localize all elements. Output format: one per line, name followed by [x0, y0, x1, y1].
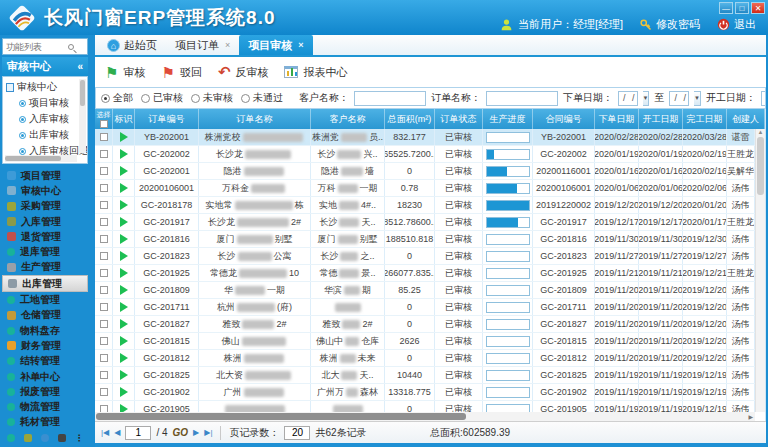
collapse-icon[interactable]: «: [77, 61, 83, 72]
sidebar-item-出库管理[interactable]: 出库管理: [2, 275, 88, 292]
order-date-to-input[interactable]: / /: [669, 91, 689, 106]
table-row[interactable]: 20200106001万科金万科一期0.78已审核202001060012020…: [95, 180, 755, 197]
prev-page-button[interactable]: ◀: [114, 428, 120, 437]
minimize-button[interactable]: —: [719, 2, 733, 14]
tree-item-出库审核[interactable]: 出库审核: [19, 128, 87, 142]
tab-项目审核[interactable]: 项目审核×: [239, 35, 312, 55]
table-row[interactable]: GC-201825北大资北大天..10440已审核GC-2018252019/1…: [95, 367, 755, 384]
table-row[interactable]: GC-201902广州广州万森林13318.775已审核GC-201902201…: [95, 384, 755, 401]
table-row[interactable]: GC-201711杭州(府)0已审核GC-2017112019/11/20201…: [95, 299, 755, 316]
tab-起始页[interactable]: ⌂起始页: [98, 35, 166, 55]
radio-未审核[interactable]: 未审核: [191, 91, 233, 105]
row-checkbox[interactable]: [100, 303, 108, 311]
scroll-right-icon[interactable]: ▶: [748, 413, 755, 420]
row-checkbox[interactable]: [100, 337, 108, 345]
sidebar-item-采购管理[interactable]: 采购管理: [2, 199, 88, 214]
tree-root[interactable]: 审核中心: [6, 80, 87, 94]
tree-horizontal-scrollbar[interactable]: [5, 155, 77, 162]
select-all-checkbox[interactable]: [100, 120, 108, 128]
leaf-icon[interactable]: [41, 434, 49, 442]
table-row[interactable]: GC-201917长沙龙2#长沙天..8512.78600..已审核GC-201…: [95, 214, 755, 231]
table-vertical-scrollbar[interactable]: ▲: [755, 129, 765, 412]
radio-未通过[interactable]: 未通过: [241, 91, 283, 105]
row-checkbox[interactable]: [100, 269, 108, 277]
sidebar-item-物流管理[interactable]: 物流管理: [2, 399, 88, 414]
next-page-button[interactable]: ▶: [193, 428, 199, 437]
sidebar-item-工地管理[interactable]: 工地管理: [2, 292, 88, 307]
tree-item-项目审核[interactable]: 项目审核: [19, 96, 87, 110]
sidebar-item-仓储管理[interactable]: 仓储管理: [2, 308, 88, 323]
cart-icon[interactable]: [24, 434, 32, 442]
row-checkbox[interactable]: [100, 184, 108, 192]
table-row[interactable]: GC-201816厦门别墅厦门别墅188510.818已审核GC-2018162…: [95, 231, 755, 248]
sidebar-item-审核中心[interactable]: 审核中心: [2, 183, 88, 198]
sidebar-item-入库管理[interactable]: 入库管理: [2, 214, 88, 229]
table-row[interactable]: GC-2019050已审核GC-2019052019/11/192019/11/…: [95, 401, 755, 412]
row-checkbox[interactable]: [100, 150, 108, 158]
row-checkbox[interactable]: [100, 286, 108, 294]
radio-全部[interactable]: 全部: [101, 91, 133, 105]
page-number-input[interactable]: [125, 426, 151, 440]
row-checkbox[interactable]: [100, 371, 108, 379]
反审核-button[interactable]: ↶反审核: [218, 65, 269, 80]
tab-项目订单[interactable]: 项目订单×: [166, 35, 239, 55]
close-button[interactable]: ✕: [751, 2, 765, 14]
tab-close-icon[interactable]: ×: [225, 40, 230, 50]
row-checkbox[interactable]: [100, 218, 108, 226]
function-search-input[interactable]: [6, 42, 68, 52]
order-name-input[interactable]: [486, 91, 558, 106]
table-row[interactable]: GC-202001隐港隐港墙0已审核202001160012020/01/162…: [95, 163, 755, 180]
table-row[interactable]: GC-201925常德龙10常德景..266077.835..已审核GC-201…: [95, 265, 755, 282]
sidebar-item-项目管理[interactable]: 项目管理: [2, 168, 88, 183]
row-checkbox[interactable]: [100, 252, 108, 260]
book-icon[interactable]: [58, 434, 66, 442]
table-row[interactable]: GC-201809华一期华滨期85.25已审核GC-2018092019/11/…: [95, 282, 755, 299]
table-row[interactable]: YB-202001株洲党校株洲党员..832.177已审核YB-20200120…: [95, 129, 755, 146]
sidebar-item-财务管理[interactable]: 财务管理: [2, 338, 88, 353]
sidebar-item-退货管理[interactable]: 退货管理: [2, 229, 88, 244]
table-row[interactable]: GC-202002长沙龙长沙兴..65525.7200..已审核GC-20200…: [95, 146, 755, 163]
驳回-button[interactable]: ⚑驳回: [161, 65, 201, 80]
logout-button[interactable]: 退出: [717, 17, 756, 32]
sidebar-item-报废管理[interactable]: 报废管理: [2, 384, 88, 399]
审核-button[interactable]: ⚑审核: [105, 65, 145, 80]
sidebar-item-补单中心[interactable]: 补单中心: [2, 369, 88, 384]
row-checkbox[interactable]: [100, 354, 108, 362]
sidebar-item-结转管理[interactable]: 结转管理: [2, 354, 88, 369]
page-size-input[interactable]: [284, 426, 310, 440]
sidebar-item-耗材管理[interactable]: 耗材管理: [2, 415, 88, 430]
row-checkbox[interactable]: [100, 201, 108, 209]
dot-icon[interactable]: [7, 434, 15, 442]
sidebar-item-生产管理[interactable]: 生产管理: [2, 260, 88, 275]
radio-已审核[interactable]: 已审核: [141, 91, 183, 105]
sidebar-item-退库管理[interactable]: 退库管理: [2, 244, 88, 259]
last-page-button[interactable]: ▶|: [204, 428, 212, 437]
row-checkbox[interactable]: [100, 133, 108, 141]
row-checkbox[interactable]: [100, 405, 108, 412]
table-row[interactable]: GC-201815佛山佛山中仓库2626已审核GC-2018152019/11/…: [95, 333, 755, 350]
start-date-input[interactable]: / /: [761, 91, 766, 106]
more-icon[interactable]: ⋮: [75, 434, 84, 442]
sidebar-item-物料盘存[interactable]: 物料盘存: [2, 323, 88, 338]
row-checkbox[interactable]: [100, 235, 108, 243]
restore-button[interactable]: □: [735, 2, 749, 14]
报表中心-button[interactable]: 报表中心: [284, 65, 347, 80]
row-checkbox[interactable]: [100, 320, 108, 328]
calendar-dropdown-icon[interactable]: ▼: [643, 91, 650, 106]
row-checkbox[interactable]: [100, 388, 108, 396]
change-password-button[interactable]: 修改密码: [640, 17, 700, 32]
table-row[interactable]: GC-2018178实地常栋实地4#..18230已审核201912200022…: [95, 197, 755, 214]
go-button[interactable]: GO: [173, 427, 189, 438]
table-horizontal-scrollbar[interactable]: ▶: [95, 412, 755, 421]
tree-item-入库审核[interactable]: 入库审核: [19, 112, 87, 126]
customer-name-input[interactable]: [354, 91, 426, 106]
tree-vertical-scrollbar[interactable]: [79, 79, 86, 153]
order-date-from-input[interactable]: / /: [618, 91, 638, 106]
table-row[interactable]: GC-201823长沙公寓长沙之..0已审核GC-2018232019/11/2…: [95, 248, 755, 265]
calendar-dropdown-icon[interactable]: ▼: [694, 91, 701, 106]
first-page-button[interactable]: |◀: [101, 428, 109, 437]
row-checkbox[interactable]: [100, 167, 108, 175]
table-row[interactable]: GC-201812株洲株洲未来0已审核GC-2018122019/11/2020…: [95, 350, 755, 367]
table-row[interactable]: GC-201827雅致2#雅致2#0已审核GC-2018272019/11/20…: [95, 316, 755, 333]
tab-close-icon[interactable]: ×: [298, 40, 303, 50]
